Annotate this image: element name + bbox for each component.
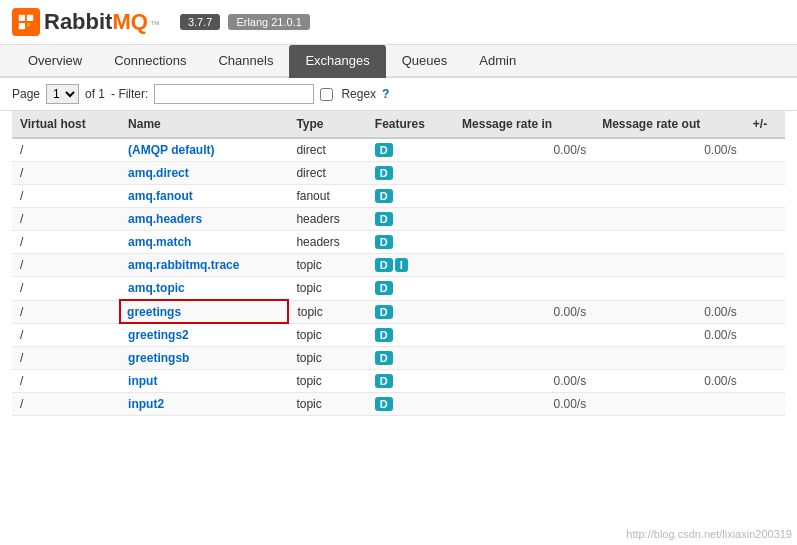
cell-vhost: / [12, 300, 120, 323]
svg-rect-3 [27, 23, 31, 27]
page-select[interactable]: 1 [46, 84, 79, 104]
cell-name[interactable]: amq.topic [120, 277, 288, 301]
cell-rate-out [594, 347, 745, 370]
cell-rate-in: 0.00/s [454, 393, 594, 416]
cell-plus [745, 323, 785, 347]
cell-name[interactable]: amq.headers [120, 208, 288, 231]
table-row: /greetings2topicD0.00/s [12, 323, 785, 347]
cell-plus [745, 185, 785, 208]
regex-label: Regex [341, 87, 376, 101]
exchanges-table-container: Virtual host Name Type Features Message … [0, 111, 797, 416]
regex-checkbox[interactable] [320, 88, 333, 101]
logo-trademark: ™ [150, 19, 160, 30]
nav-queues[interactable]: Queues [386, 45, 464, 78]
exchange-link[interactable]: amq.match [128, 235, 191, 249]
cell-rate-in [454, 231, 594, 254]
cell-name[interactable]: amq.match [120, 231, 288, 254]
cell-rate-in [454, 208, 594, 231]
cell-name[interactable]: (AMQP default) [120, 138, 288, 162]
rabbitmq-logo-icon [12, 8, 40, 36]
cell-vhost: / [12, 370, 120, 393]
cell-rate-out [594, 185, 745, 208]
cell-plus [745, 162, 785, 185]
table-row: /amq.matchheadersD [12, 231, 785, 254]
cell-rate-in: 0.00/s [454, 370, 594, 393]
cell-type: topic [288, 370, 366, 393]
exchange-link[interactable]: amq.fanout [128, 189, 193, 203]
version-badge: 3.7.7 [180, 14, 220, 30]
col-plus: +/- [745, 111, 785, 138]
nav-bar: Overview Connections Channels Exchanges … [0, 45, 797, 78]
cell-features: D [367, 277, 454, 301]
table-row: /greetingsbtopicD [12, 347, 785, 370]
regex-help[interactable]: ? [382, 87, 389, 101]
cell-name[interactable]: input [120, 370, 288, 393]
feature-badge: D [375, 281, 393, 295]
cell-rate-out [594, 277, 745, 301]
table-row: /amq.directdirectD [12, 162, 785, 185]
cell-rate-out [594, 162, 745, 185]
svg-rect-2 [19, 23, 25, 29]
feature-badge: D [375, 143, 393, 157]
cell-rate-in: 0.00/s [454, 300, 594, 323]
exchange-link[interactable]: amq.direct [128, 166, 189, 180]
cell-name[interactable]: greetings [120, 300, 288, 323]
nav-admin[interactable]: Admin [463, 45, 532, 78]
table-row: /inputtopicD0.00/s0.00/s [12, 370, 785, 393]
nav-channels[interactable]: Channels [202, 45, 289, 78]
cell-type: direct [288, 138, 366, 162]
exchange-link[interactable]: input [128, 374, 157, 388]
col-name: Name [120, 111, 288, 138]
cell-plus [745, 300, 785, 323]
table-row: /amq.rabbitmq.tracetopicDI [12, 254, 785, 277]
cell-type: direct [288, 162, 366, 185]
nav-connections[interactable]: Connections [98, 45, 202, 78]
exchange-link[interactable]: greetings [127, 305, 181, 319]
cell-name[interactable]: amq.direct [120, 162, 288, 185]
cell-rate-out [594, 254, 745, 277]
exchange-link[interactable]: amq.topic [128, 281, 185, 295]
feature-badge: D [375, 235, 393, 249]
cell-name[interactable]: amq.fanout [120, 185, 288, 208]
cell-type: topic [288, 300, 366, 323]
cell-plus [745, 347, 785, 370]
svg-rect-1 [27, 15, 33, 21]
cell-rate-in [454, 277, 594, 301]
nav-overview[interactable]: Overview [12, 45, 98, 78]
exchange-link[interactable]: amq.rabbitmq.trace [128, 258, 239, 272]
table-row: /amq.fanoutfanoutD [12, 185, 785, 208]
exchanges-table: Virtual host Name Type Features Message … [12, 111, 785, 416]
feature-badge: D [375, 258, 393, 272]
nav-exchanges[interactable]: Exchanges [289, 45, 385, 78]
cell-plus [745, 231, 785, 254]
cell-features: D [367, 185, 454, 208]
cell-type: headers [288, 208, 366, 231]
col-rate-out: Message rate out [594, 111, 745, 138]
exchange-link[interactable]: (AMQP default) [128, 143, 214, 157]
cell-name[interactable]: amq.rabbitmq.trace [120, 254, 288, 277]
cell-name[interactable]: greetingsb [120, 347, 288, 370]
cell-plus [745, 208, 785, 231]
exchange-link[interactable]: greetingsb [128, 351, 189, 365]
feature-badge: D [375, 166, 393, 180]
cell-name[interactable]: input2 [120, 393, 288, 416]
cell-rate-in: 0.00/s [454, 138, 594, 162]
cell-vhost: / [12, 162, 120, 185]
filter-input[interactable] [154, 84, 314, 104]
cell-features: D [367, 323, 454, 347]
cell-type: topic [288, 347, 366, 370]
cell-vhost: / [12, 208, 120, 231]
cell-rate-out [594, 208, 745, 231]
toolbar: Page 1 of 1 - Filter: Regex ? [0, 78, 797, 111]
cell-rate-in [454, 323, 594, 347]
cell-rate-out: 0.00/s [594, 300, 745, 323]
cell-features: D [367, 208, 454, 231]
exchange-link[interactable]: greetings2 [128, 328, 189, 342]
exchange-link[interactable]: input2 [128, 397, 164, 411]
logo-rabbit: Rabbit [44, 9, 112, 35]
table-row: /amq.topictopicD [12, 277, 785, 301]
cell-plus [745, 138, 785, 162]
exchange-link[interactable]: amq.headers [128, 212, 202, 226]
cell-name[interactable]: greetings2 [120, 323, 288, 347]
page-of: of 1 [85, 87, 105, 101]
